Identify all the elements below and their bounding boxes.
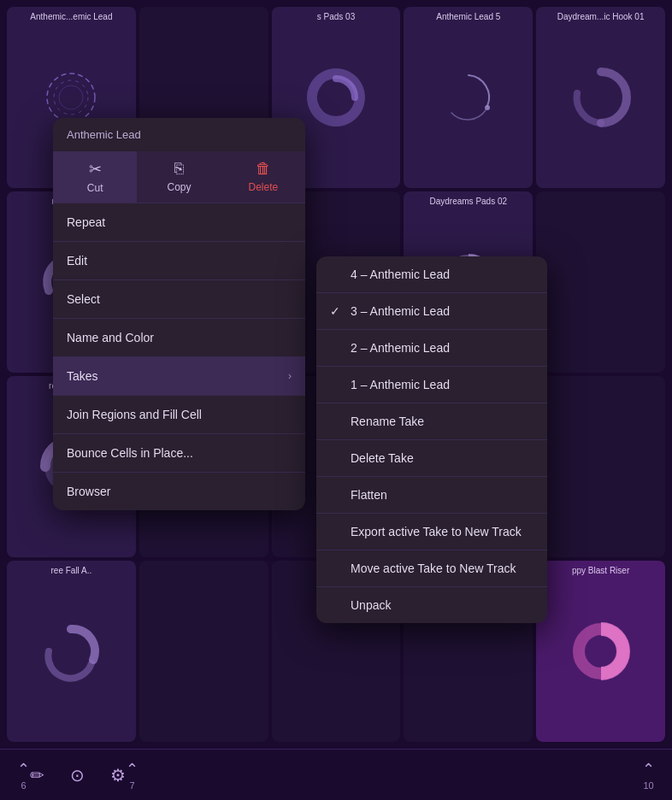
copy-button[interactable]: ⎘ Copy xyxy=(137,151,221,203)
toolbar-number-6: 6 xyxy=(21,780,26,791)
cell-17[interactable] xyxy=(139,561,268,742)
cell-10[interactable] xyxy=(536,191,665,373)
sun-icon[interactable]: ⊙ xyxy=(70,765,85,785)
menu-item-select[interactable]: Select xyxy=(53,280,305,319)
takes-item-rename[interactable]: Rename Take xyxy=(316,403,547,440)
toolbar-group-6[interactable]: ⌃ 6 xyxy=(17,760,30,791)
takes-item-unpack[interactable]: Unpack xyxy=(316,587,547,623)
chevron-up-icon-7: ⌃ xyxy=(126,760,139,779)
menu-item-select-label: Select xyxy=(67,292,100,306)
takes-item-3[interactable]: ✓ 3 – Anthemic Lead xyxy=(316,293,547,330)
context-menu-main: Anthemic Lead ✂ Cut ⎘ Copy 🗑 Delete Repe… xyxy=(53,118,305,510)
takes-item-1[interactable]: 1 – Anthemic Lead xyxy=(316,367,547,403)
takes-label-2: 2 – Anthemic Lead xyxy=(351,341,533,355)
cell-15[interactable] xyxy=(536,376,665,557)
takes-item-flatten[interactable]: Flatten xyxy=(316,477,547,514)
menu-item-browser-label: Browser xyxy=(67,485,110,498)
menu-item-edit-label: Edit xyxy=(67,254,87,268)
cell-3-visual xyxy=(302,63,370,132)
scissors-icon: ✂ xyxy=(89,160,102,179)
cell-16-visual xyxy=(37,617,105,685)
takes-label-4: 4 – Anthemic Lead xyxy=(351,268,533,281)
delete-button[interactable]: 🗑 Delete xyxy=(221,151,305,203)
menu-item-join-label: Join Regions and Fill Cell xyxy=(67,408,202,421)
cell-4-visual xyxy=(434,63,503,132)
cell-5-title: Daydream...ic Hook 01 xyxy=(536,12,665,21)
cell-20-title: ppy Blast Riser xyxy=(536,566,665,575)
chevron-up-icon-6: ⌃ xyxy=(17,760,30,779)
takes-label-3: 3 – Anthemic Lead xyxy=(351,304,533,318)
cell-5[interactable]: Daydream...ic Hook 01 xyxy=(536,7,665,188)
takes-item-export[interactable]: Export active Take to New Track xyxy=(316,514,547,550)
takes-label-rename: Rename Take xyxy=(351,415,533,428)
takes-submenu: 4 – Anthemic Lead ✓ 3 – Anthemic Lead 2 … xyxy=(316,256,547,623)
menu-item-repeat[interactable]: Repeat xyxy=(53,203,305,242)
svg-point-3 xyxy=(485,105,490,110)
copy-icon: ⎘ xyxy=(174,160,184,178)
menu-item-name-color[interactable]: Name and Color xyxy=(53,319,305,357)
context-menu-header: Anthemic Lead xyxy=(53,118,305,151)
menu-item-takes-label: Takes xyxy=(67,369,98,383)
cell-4-title: Anthemic Lead 5 xyxy=(404,12,533,21)
cell-16-title: ree Fall A.. xyxy=(7,566,136,575)
menu-item-bounce-label: Bounce Cells in Place... xyxy=(67,446,193,460)
trash-icon: 🗑 xyxy=(256,160,271,178)
edit-icon[interactable]: ✏ xyxy=(30,765,44,785)
takes-label-export: Export active Take to New Track xyxy=(351,525,533,538)
cell-20-visual xyxy=(567,617,635,685)
cell-9-title: Daydreams Pads 02 xyxy=(404,197,533,206)
svg-point-2 xyxy=(59,85,83,109)
toolbar-group-7[interactable]: ⌃ 7 xyxy=(126,760,139,791)
toolbar-center: ✏ ⊙ ⚙ xyxy=(30,765,126,785)
cell-4[interactable]: Anthemic Lead 5 xyxy=(404,7,533,188)
takes-item-2[interactable]: 2 – Anthemic Lead xyxy=(316,330,547,367)
bottom-toolbar: ⌃ 6 ✏ ⊙ ⚙ ⌃ 7 ⌃ 10 xyxy=(0,749,672,800)
chevron-right-icon: › xyxy=(288,370,292,382)
cell-16[interactable]: ree Fall A.. xyxy=(7,561,136,742)
toolbar-number-10: 10 xyxy=(643,780,653,791)
menu-item-bounce[interactable]: Bounce Cells in Place... xyxy=(53,434,305,473)
takes-label-move: Move active Take to New Track xyxy=(351,562,533,575)
takes-item-4[interactable]: 4 – Anthemic Lead xyxy=(316,256,547,293)
takes-item-delete[interactable]: Delete Take xyxy=(316,440,547,477)
context-menu-toolbar: ✂ Cut ⎘ Copy 🗑 Delete xyxy=(53,151,305,203)
toolbar-group-10[interactable]: ⌃ 10 xyxy=(642,760,655,791)
sliders-icon[interactable]: ⚙ xyxy=(110,765,126,785)
toolbar-number-7: 7 xyxy=(129,780,134,791)
cell-5-visual xyxy=(567,63,635,132)
takes-label-unpack: Unpack xyxy=(351,598,533,612)
menu-item-repeat-label: Repeat xyxy=(67,215,105,229)
cut-button[interactable]: ✂ Cut xyxy=(53,151,137,203)
menu-item-name-color-label: Name and Color xyxy=(67,331,154,344)
takes-item-move[interactable]: Move active Take to New Track xyxy=(316,550,547,587)
cell-1-title: Anthemic...emic Lead xyxy=(7,12,136,21)
takes-label-flatten: Flatten xyxy=(351,488,533,502)
checkmark-3: ✓ xyxy=(330,304,344,318)
menu-item-browser[interactable]: Browser xyxy=(53,473,305,510)
menu-item-join[interactable]: Join Regions and Fill Cell xyxy=(53,396,305,434)
menu-item-edit[interactable]: Edit xyxy=(53,242,305,280)
menu-item-takes[interactable]: Takes › xyxy=(53,357,305,396)
chevron-up-icon-10: ⌃ xyxy=(642,760,655,779)
takes-label-1: 1 – Anthemic Lead xyxy=(351,378,533,391)
takes-label-delete: Delete Take xyxy=(351,451,533,465)
cell-20[interactable]: ppy Blast Riser xyxy=(536,561,665,742)
cell-3-title: s Pads 03 xyxy=(272,12,401,21)
